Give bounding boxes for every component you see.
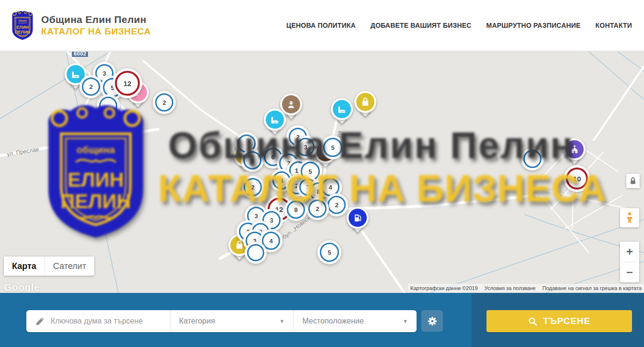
lock-button[interactable] — [626, 174, 640, 188]
shopping-bag-icon — [356, 93, 374, 111]
pin-head — [331, 98, 353, 120]
brand-text: Община Елин Пелин КАТАЛОГ НА БИЗНЕСА — [41, 14, 151, 37]
cluster-marker[interactable]: 2 — [328, 196, 346, 214]
attribution-copyright: Картографски данни ©2019 — [410, 285, 478, 291]
zoom-in-button[interactable]: + — [620, 242, 639, 262]
gear-icon — [427, 316, 438, 326]
cluster-marker[interactable]: 2 — [308, 200, 327, 218]
cluster-marker[interactable]: 4 — [243, 151, 261, 169]
location-dropdown-label: Местоположение — [303, 317, 364, 325]
municipality-crest-logo: община ЕЛИН ПЕЛИН — [11, 11, 34, 40]
map-canvas[interactable]: ул. Преславбул. „Новоселция 6002 3251222… — [0, 52, 644, 293]
page: община ЕЛИН ПЕЛИН Община Елин Пелин КАТА… — [0, 0, 644, 347]
satellite-view-button[interactable]: Сателит — [45, 257, 94, 276]
cluster-marker[interactable]: 2 — [155, 93, 173, 112]
pin-head — [264, 109, 286, 131]
site-subtitle: КАТАЛОГ НА БИЗНЕСА — [41, 26, 151, 37]
fuel-station-pin-marker[interactable] — [347, 207, 369, 229]
cluster-marker[interactable]: 5 — [323, 138, 342, 157]
location-dropdown[interactable]: Местоположение ▼ — [294, 310, 417, 332]
cluster-marker[interactable]: 5 — [301, 162, 320, 181]
crest-line1-text: ЕЛИН — [16, 25, 29, 30]
church-icon — [565, 140, 584, 158]
road-number-badge: 6002 — [71, 52, 89, 57]
attribution-link[interactable]: Условия за ползване — [485, 285, 536, 291]
cluster-marker[interactable]: 2 — [82, 78, 100, 96]
cluster-marker[interactable] — [99, 97, 117, 115]
keyword-search-input[interactable] — [51, 317, 161, 325]
category-dropdown[interactable]: Категория ▼ — [170, 310, 294, 332]
zoom-out-button[interactable]: − — [620, 262, 639, 282]
google-logo[interactable]: Google — [4, 281, 40, 293]
map-type-control: Карта Сателит — [4, 257, 94, 276]
cluster-marker[interactable]: 5 — [320, 243, 339, 262]
pegman-streetview-control[interactable] — [620, 208, 639, 227]
cluster-marker[interactable]: 2 — [244, 178, 262, 196]
keyword-field-wrap — [26, 310, 170, 332]
map-attribution: Картографски данни ©2019Условия за ползв… — [408, 284, 644, 292]
attribution-link[interactable]: Подаване на сигнал за грешка в картата — [542, 285, 642, 291]
site-title: Община Елин Пелин — [41, 14, 151, 25]
pegman-icon — [624, 212, 635, 224]
chevron-down-icon: ▼ — [403, 318, 408, 324]
search-button[interactable]: ТЪРСЕНЕ — [486, 310, 632, 332]
cluster-marker[interactable] — [523, 150, 542, 168]
chevron-down-icon: ▼ — [280, 318, 285, 324]
crest-line2-text: ПЕЛИН — [15, 30, 30, 34]
crest-top-text: община — [18, 19, 27, 22]
category-dropdown-label: Категория — [179, 317, 215, 325]
church-pin-marker[interactable] — [564, 138, 586, 160]
factory-icon — [333, 100, 351, 118]
factory-pin-marker[interactable] — [264, 109, 286, 131]
cluster-marker[interactable]: 8 — [287, 201, 305, 219]
cluster-marker[interactable]: 4 — [262, 232, 280, 250]
header: община ЕЛИН ПЕЛИН Община Елин Пелин КАТА… — [0, 0, 644, 52]
cluster-marker[interactable] — [237, 134, 256, 153]
shopping-bag-pin-marker[interactable] — [354, 91, 376, 113]
factory-pin-marker[interactable] — [331, 98, 353, 120]
pin-head — [354, 91, 376, 113]
cluster-marker[interactable]: 10 — [566, 168, 588, 190]
brand[interactable]: община ЕЛИН ПЕЛИН Община Елин Пелин КАТА… — [11, 11, 151, 40]
fuel-station-icon — [349, 209, 367, 227]
nav-item[interactable]: ЦЕНОВА ПОЛИТИКА — [286, 22, 356, 29]
cluster-marker[interactable]: 12 — [115, 71, 140, 96]
nav-item[interactable]: КОНТАКТИ — [596, 22, 632, 29]
pin-head — [564, 138, 586, 160]
pin-head — [347, 207, 369, 229]
nav-item[interactable]: МАРШРУТНО РАЗПИСАНИЕ — [486, 22, 581, 29]
lock-icon — [629, 177, 637, 185]
search-icon — [528, 317, 537, 326]
map-view-button[interactable]: Карта — [4, 257, 45, 276]
cluster-marker[interactable]: 4 — [321, 178, 339, 196]
main-nav: ЦЕНОВА ПОЛИТИКАДОБАВЕТЕ ВАШИЯТ БИЗНЕСМАР… — [286, 22, 632, 29]
search-bar: Категория ▼ Местоположение ▼ — [0, 293, 644, 347]
search-button-label: ТЪРСЕНЕ — [543, 316, 590, 326]
factory-icon — [266, 111, 284, 129]
cluster-marker[interactable]: 3 — [296, 138, 315, 156]
zoom-control: + − — [620, 242, 639, 282]
factory-icon — [67, 65, 85, 83]
nav-item[interactable]: ДОБАВЕТЕ ВАШИЯТ БИЗНЕС — [371, 22, 472, 29]
advanced-settings-button[interactable] — [421, 310, 443, 332]
cluster-marker[interactable] — [247, 244, 264, 261]
pencil-icon — [35, 317, 45, 326]
search-fields-group: Категория ▼ Местоположение ▼ — [26, 310, 417, 332]
